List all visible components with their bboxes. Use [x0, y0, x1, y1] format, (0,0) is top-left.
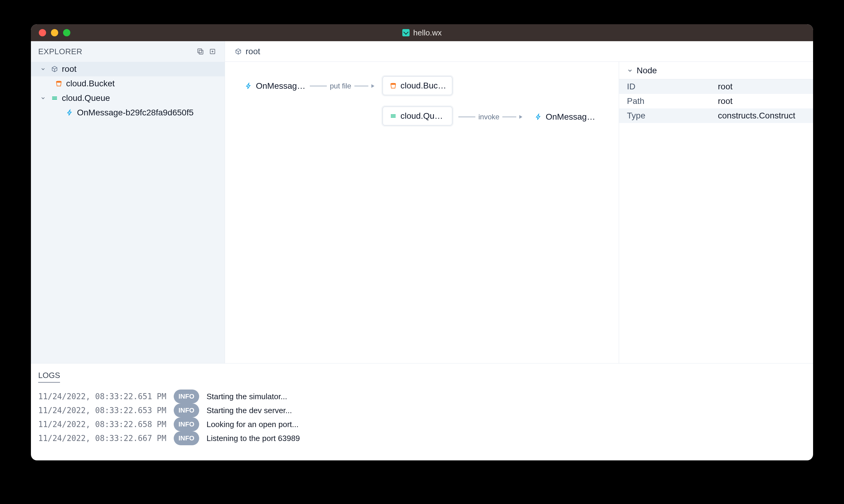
bucket-icon [390, 82, 397, 89]
tree: root cloud.Bucket cloud.Queu [31, 62, 225, 363]
edge-line [459, 116, 475, 117]
graph-node-queue[interactable]: cloud.Qu… [383, 107, 452, 125]
chevron-down-icon [40, 66, 46, 72]
log-level-badge: INFO [174, 390, 200, 403]
explorer-sidebar: EXPLORER [31, 41, 225, 363]
cube-icon [50, 65, 59, 73]
breadcrumb-root[interactable]: root [245, 47, 260, 56]
edge-label: invoke [478, 113, 499, 121]
detail-row: Type constructs.Construct [619, 108, 813, 123]
main-content: OnMessag… put file cloud.Buc… [225, 62, 813, 363]
node-label: cloud.Qu… [400, 111, 443, 121]
bolt-icon [535, 113, 542, 121]
logs-panel: LOGS 11/24/2022, 08:33:22.651 PM INFO St… [31, 363, 813, 461]
detail-row: ID root [619, 79, 813, 94]
detail-key: Type [627, 111, 718, 121]
minimize-window-button[interactable] [51, 29, 58, 36]
graph-node-onmessage-right[interactable]: OnMessag… [528, 108, 598, 126]
svg-rect-0 [198, 49, 202, 53]
traffic-lights [31, 29, 70, 36]
edge-line [502, 116, 516, 117]
window-title-text: hello.wx [413, 28, 442, 38]
details-header[interactable]: Node [619, 62, 813, 79]
queue-icon [390, 112, 397, 120]
detail-row: Path root [619, 94, 813, 108]
tree-item-label: cloud.Bucket [66, 79, 115, 88]
details-title: Node [637, 66, 657, 75]
edge-line [310, 86, 327, 86]
details-body: ID root Path root Type constructs.Constr… [619, 79, 813, 123]
edge-label: put file [330, 82, 351, 90]
explorer-title: EXPLORER [38, 47, 83, 56]
log-message: Listening to the port 63989 [206, 432, 300, 444]
log-timestamp: 11/24/2022, 08:33:22.651 PM [38, 391, 167, 402]
bucket-icon [55, 79, 63, 88]
node-label: cloud.Buc… [400, 81, 446, 91]
node-label: OnMessag… [256, 81, 305, 91]
log-row: 11/24/2022, 08:33:22.651 PM INFO Startin… [38, 390, 806, 403]
log-message: Starting the simulator... [206, 391, 287, 402]
arrow-right-icon [372, 84, 374, 88]
app-window: hello.wx EXPLORER [31, 24, 813, 461]
tree-item-label: OnMessage-b29fc28fa9d650f5 [77, 108, 194, 118]
file-type-icon [402, 29, 410, 36]
node-label: OnMessag… [546, 112, 595, 122]
breadcrumb: root [225, 41, 813, 62]
log-row: 11/24/2022, 08:33:22.667 PM INFO Listeni… [38, 431, 806, 445]
detail-value: root [718, 96, 733, 106]
log-timestamp: 11/24/2022, 08:33:22.653 PM [38, 404, 167, 416]
detail-value: root [718, 82, 733, 91]
details-panel: Node ID root Path root Type c [619, 62, 813, 363]
detail-key: ID [627, 82, 718, 91]
detail-key: Path [627, 96, 718, 106]
window-title: hello.wx [402, 28, 442, 38]
graph-node-bucket[interactable]: cloud.Buc… [383, 76, 452, 95]
log-message: Looking for an open port... [206, 418, 299, 430]
graph-node-onmessage-left[interactable]: OnMessag… [238, 77, 305, 95]
bolt-icon [66, 108, 74, 117]
detail-value: constructs.Construct [718, 111, 795, 121]
log-message: Starting the dev server... [206, 404, 292, 416]
close-window-button[interactable] [39, 29, 46, 36]
tree-item-label: root [62, 64, 76, 74]
graph-canvas[interactable]: OnMessag… put file cloud.Buc… [225, 62, 619, 363]
workspace: EXPLORER [31, 41, 813, 363]
collapse-all-icon[interactable] [195, 47, 205, 56]
tree-item-onmessage[interactable]: OnMessage-b29fc28fa9d650f5 [31, 105, 225, 120]
logs-title[interactable]: LOGS [38, 371, 60, 383]
main-panel: root OnMessag… put file [225, 41, 813, 363]
explorer-header: EXPLORER [31, 41, 225, 62]
svg-rect-1 [199, 50, 203, 54]
expand-all-icon[interactable] [208, 47, 217, 56]
log-level-badge: INFO [174, 431, 200, 445]
tree-item-root[interactable]: root [31, 62, 225, 76]
bolt-icon [245, 83, 252, 90]
queue-icon [50, 94, 59, 102]
titlebar: hello.wx [31, 24, 813, 41]
log-row: 11/24/2022, 08:33:22.653 PM INFO Startin… [38, 403, 806, 417]
tree-item-label: cloud.Queue [62, 93, 110, 103]
log-timestamp: 11/24/2022, 08:33:22.658 PM [38, 418, 167, 430]
cube-icon [235, 48, 242, 55]
edge-line [355, 86, 368, 86]
chevron-down-icon [627, 68, 633, 74]
maximize-window-button[interactable] [63, 29, 70, 36]
tree-item-bucket[interactable]: cloud.Bucket [31, 76, 225, 91]
log-level-badge: INFO [174, 403, 200, 417]
arrow-right-icon [519, 115, 522, 119]
log-level-badge: INFO [174, 417, 200, 431]
chevron-down-icon [40, 95, 46, 101]
log-row: 11/24/2022, 08:33:22.658 PM INFO Looking… [38, 417, 806, 431]
log-timestamp: 11/24/2022, 08:33:22.667 PM [38, 432, 167, 444]
tree-item-queue[interactable]: cloud.Queue [31, 91, 225, 105]
logs-body: 11/24/2022, 08:33:22.651 PM INFO Startin… [38, 390, 806, 445]
